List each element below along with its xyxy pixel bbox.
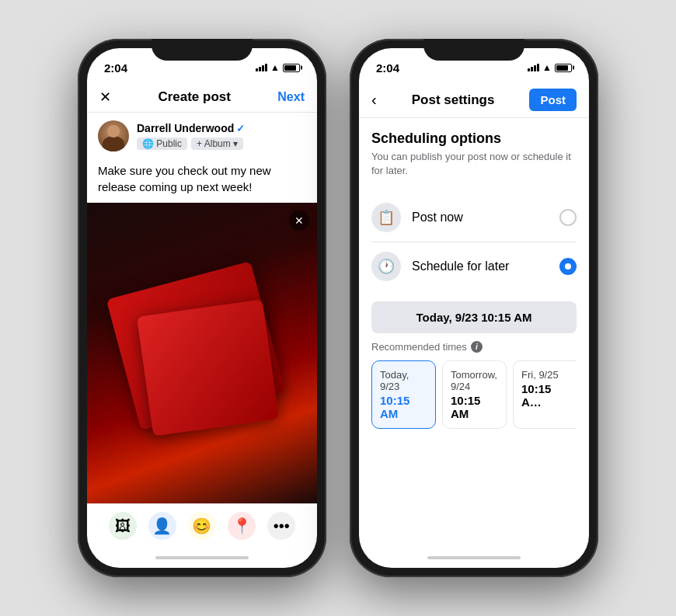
battery-icon (283, 64, 300, 72)
back-button[interactable]: ‹ (371, 91, 377, 109)
signal-icon-right (528, 64, 539, 71)
battery-icon-right (555, 64, 572, 72)
time-slot-tomorrow[interactable]: Tomorrow, 9/24 10:15 AM (442, 360, 507, 429)
photo-icon-button[interactable]: 🖼 (109, 512, 137, 540)
slot-date-2: Fri, 9/25 (521, 369, 569, 381)
scheduling-title: Scheduling options (371, 131, 577, 147)
more-options-button[interactable]: ••• (267, 512, 295, 540)
slot-time-0: 10:15 AM (380, 394, 427, 420)
header-title-right: Post settings (412, 92, 495, 108)
tag-people-button[interactable]: 👤 (148, 512, 176, 540)
notch (152, 39, 253, 61)
post-image (87, 203, 317, 503)
post-now-radio[interactable] (559, 209, 577, 226)
user-name: Darrell Underwood ✓ (137, 122, 245, 134)
signal-icon (256, 64, 267, 71)
slot-date-1: Tomorrow, 9/24 (451, 369, 498, 392)
next-button[interactable]: Next (277, 90, 305, 104)
post-text[interactable]: Make sure you check out my new release c… (87, 159, 317, 203)
slot-date-0: Today, 9/23 (380, 369, 427, 392)
info-icon: i (471, 341, 483, 353)
user-row: Darrell Underwood ✓ 🌐 Public + Album ▾ (87, 113, 317, 159)
datetime-button[interactable]: Today, 9/23 10:15 AM (371, 301, 577, 333)
create-post-header: ✕ Create post Next (87, 82, 317, 113)
post-settings-header: ‹ Post settings Post (359, 82, 589, 118)
slot-time-1: 10:15 AM (451, 394, 498, 420)
slot-time-2: 10:15 A… (521, 382, 569, 409)
wifi-icon: ▲ (270, 62, 280, 73)
post-image-container: ✕ (87, 203, 317, 503)
user-info: Darrell Underwood ✓ 🌐 Public + Album ▾ (137, 122, 245, 150)
emoji-button[interactable]: 😊 (188, 512, 216, 540)
schedule-later-icon: 🕐 (371, 252, 401, 281)
radio-inner (565, 263, 571, 270)
schedule-later-left: 🕐 Schedule for later (371, 252, 509, 281)
settings-content: Scheduling options You can publish your … (359, 118, 589, 548)
scene: 2:04 ▲ ✕ Create post (0, 0, 676, 616)
header-title-left: Create post (158, 89, 231, 105)
status-icons-left: ▲ (256, 62, 300, 73)
schedule-later-option[interactable]: 🕐 Schedule for later (371, 242, 577, 291)
post-now-label: Post now (412, 211, 463, 224)
schedule-later-label: Schedule for later (412, 259, 509, 273)
album-tag[interactable]: + Album ▾ (191, 137, 243, 150)
status-time-left: 2:04 (104, 61, 127, 75)
wifi-icon-right: ▲ (542, 62, 552, 73)
right-phone: 2:04 ▲ ‹ Post settings (350, 39, 598, 577)
status-time-right: 2:04 (376, 61, 399, 75)
home-indicator-left (87, 548, 317, 568)
bottom-toolbar: 🖼 👤 😊 📍 ••• (87, 503, 317, 548)
user-tags: 🌐 Public + Album ▾ (137, 137, 245, 150)
notch-right (423, 39, 524, 61)
avatar (98, 120, 129, 151)
create-post-content: Darrell Underwood ✓ 🌐 Public + Album ▾ M… (87, 113, 317, 548)
left-phone: 2:04 ▲ ✕ Create post (78, 39, 326, 577)
location-button[interactable]: 📍 (228, 512, 256, 540)
post-button[interactable]: Post (529, 89, 577, 111)
post-now-icon: 📋 (371, 203, 401, 232)
status-icons-right: ▲ (528, 62, 572, 73)
time-slots: Today, 9/23 10:15 AM Tomorrow, 9/24 10:1… (371, 360, 577, 429)
recommended-label: Recommended times i (371, 341, 577, 353)
close-button[interactable]: ✕ (99, 89, 111, 106)
schedule-later-radio[interactable] (559, 258, 577, 275)
post-now-left: 📋 Post now (371, 203, 463, 232)
scheduling-description: You can publish your post now or schedul… (371, 150, 577, 178)
home-indicator-right (359, 548, 589, 568)
image-close-button[interactable]: ✕ (289, 211, 309, 231)
post-now-option[interactable]: 📋 Post now (371, 193, 577, 242)
time-slot-fri[interactable]: Fri, 9/25 10:15 A… (513, 360, 577, 429)
verified-badge: ✓ (236, 123, 245, 134)
public-tag[interactable]: 🌐 Public (137, 137, 187, 150)
time-slot-today[interactable]: Today, 9/23 10:15 AM (371, 360, 436, 429)
